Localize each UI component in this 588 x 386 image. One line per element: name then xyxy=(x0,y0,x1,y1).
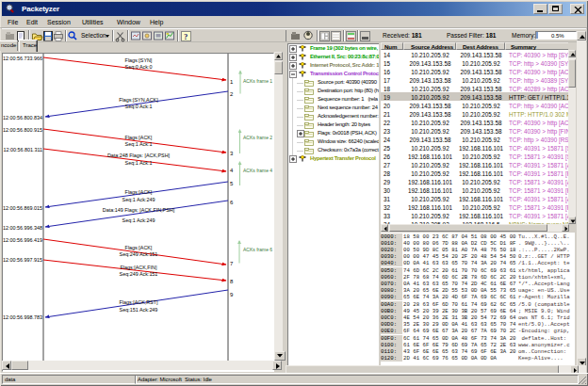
svg-text:2: 2 xyxy=(230,91,234,97)
svg-text:5: 5 xyxy=(230,181,234,186)
svg-text:3: 3 xyxy=(230,151,234,156)
svg-text:Seq:1 Ack:1: Seq:1 Ack:1 xyxy=(125,141,153,147)
svg-text:1: 1 xyxy=(230,79,234,85)
svg-text:Seq:151 Ack:249: Seq:151 Ack:249 xyxy=(120,307,158,313)
svg-text:Flags:[ACK]: Flags:[ACK] xyxy=(125,135,153,140)
svg-text:Data:149 Flags: [ACK,FIN,PSH]: Data:149 Flags: [ACK,FIN,PSH] xyxy=(103,207,175,213)
svg-text:9: 9 xyxy=(230,292,234,298)
svg-text:ACKs frame 4: ACKs frame 4 xyxy=(243,168,272,173)
svg-text:12:00:56.800.915: 12:00:56.800.915 xyxy=(3,127,42,133)
svg-text:7: 7 xyxy=(230,261,234,266)
svg-text:Seq:1 Ack:249: Seq:1 Ack:249 xyxy=(122,217,155,223)
svg-text:Seq:249 Ack:151: Seq:249 Ack:151 xyxy=(120,271,158,277)
svg-text:Flags:[ACK,FIN]: Flags:[ACK,FIN] xyxy=(121,265,157,270)
svg-text:ACKs frame 2: ACKs frame 2 xyxy=(243,135,272,140)
svg-text:Flags:[SYN]: Flags:[SYN] xyxy=(125,57,153,63)
svg-text:Seq:0 Ack:1: Seq:0 Ack:1 xyxy=(125,104,153,109)
svg-text:12:00:56.869.015: 12:00:56.869.015 xyxy=(3,205,42,211)
svg-text:Seq:1 Ack:249: Seq:1 Ack:249 xyxy=(122,197,155,202)
svg-text:ACKs frame 1: ACKs frame 1 xyxy=(243,78,272,84)
svg-text:ACKs frame 6: ACKs frame 6 xyxy=(243,247,272,252)
svg-text:12:00:56.996.419: 12:00:56.996.419 xyxy=(3,237,42,243)
svg-text:Selection: Selection xyxy=(81,32,106,39)
svg-text:12:00:56.997.915: 12:00:56.997.915 xyxy=(3,257,42,263)
svg-text:6: 6 xyxy=(230,200,234,205)
svg-text:Seq:0 Ack:0: Seq:0 Ack:0 xyxy=(125,64,153,70)
svg-text:12:00:56.800.834: 12:00:56.800.834 xyxy=(3,115,42,121)
svg-text:12:00:56.733.966: 12:00:56.733.966 xyxy=(3,56,42,61)
svg-text:Flags:[SYN,ACK]: Flags:[SYN,ACK] xyxy=(119,97,158,103)
svg-text:?: ? xyxy=(184,31,188,40)
svg-text:8: 8 xyxy=(230,279,234,284)
svg-text:Flags:[ACK]: Flags:[ACK] xyxy=(125,189,153,195)
svg-text:Flags:[ACK,RST]: Flags:[ACK,RST] xyxy=(119,299,158,305)
svg-text:12:00:56.801.311: 12:00:56.801.311 xyxy=(3,147,42,153)
svg-text:12:00:56.998.783: 12:00:56.998.783 xyxy=(3,314,42,320)
svg-text:4: 4 xyxy=(230,168,234,173)
svg-text:Seq:1 Ack:1: Seq:1 Ack:1 xyxy=(125,160,153,166)
svg-text:Data:248 Flags: [ACK,PSH]: Data:248 Flags: [ACK,PSH] xyxy=(107,153,171,158)
svg-text:Flags:[ACK]: Flags:[ACK] xyxy=(125,245,153,250)
svg-text:12:00:56.996.348: 12:00:56.996.348 xyxy=(3,225,42,231)
svg-text:Seq:249 Ack:151: Seq:249 Ack:151 xyxy=(120,251,158,257)
